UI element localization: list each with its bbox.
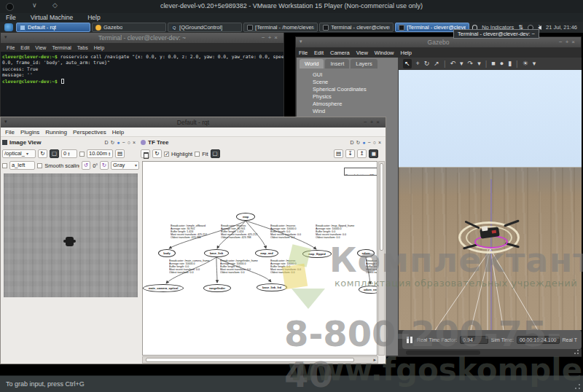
- window-controls[interactable]: −+×: [559, 39, 578, 45]
- menu-item-help[interactable]: Help: [94, 45, 104, 50]
- select-tool-icon[interactable]: ↖: [403, 59, 412, 68]
- refresh-topics-button[interactable]: ↻: [38, 149, 47, 158]
- menu-item-tabs[interactable]: Tabs: [77, 45, 88, 50]
- tf-horizontal-scrollbar[interactable]: ▸: [142, 356, 378, 364]
- menu-item-edit[interactable]: Edit: [20, 45, 29, 50]
- rotate-right-icon[interactable]: ↻: [100, 161, 109, 170]
- undo-menu-icon[interactable]: ▾: [460, 59, 463, 68]
- zoom-fit-button[interactable]: ↧: [345, 149, 355, 158]
- menu-item-camera[interactable]: Camera: [330, 50, 350, 56]
- help-icon[interactable]: ●: [362, 140, 365, 145]
- rqt-titlebar[interactable]: ▾ Default - rqt −+×: [1, 117, 386, 128]
- tab-layers[interactable]: Layers: [351, 59, 377, 68]
- menu-item-help[interactable]: Help: [112, 129, 124, 136]
- window-controls[interactable]: −+×: [262, 34, 281, 41]
- menu-item-file[interactable]: File: [6, 14, 16, 21]
- zoom-spinner[interactable]: 0▴▾: [61, 149, 77, 158]
- help-icon[interactable]: ●: [117, 140, 120, 145]
- export-button[interactable]: ◼: [369, 149, 378, 158]
- tf-vertical-scrollbar[interactable]: [378, 161, 385, 356]
- redo-menu-icon[interactable]: ▾: [477, 59, 481, 68]
- float-icon[interactable]: ○: [373, 140, 376, 145]
- more-icon[interactable]: ▾: [533, 59, 536, 68]
- window-controls[interactable]: −+×: [364, 119, 383, 125]
- undo-icon[interactable]: ↶: [450, 59, 456, 68]
- tree-item-scene[interactable]: Scene: [297, 79, 398, 86]
- tree-item-physics[interactable]: Physics: [297, 93, 398, 101]
- taskbar-item[interactable]: Default - rqt: [16, 23, 90, 32]
- gazebo-horizontal-scrollbar[interactable]: [399, 349, 582, 356]
- detach-icon[interactable]: D: [350, 140, 353, 145]
- save-graph-button[interactable]: ▤: [334, 149, 343, 158]
- cylinder-shape-icon[interactable]: ▮: [508, 59, 512, 68]
- menu-item-view[interactable]: View: [35, 45, 46, 50]
- close-icon[interactable]: ×: [378, 140, 381, 145]
- minimize-icon[interactable]: −: [368, 140, 371, 145]
- sphere-shape-icon[interactable]: ●: [500, 59, 504, 68]
- screenshot-button[interactable]: ▢: [50, 149, 59, 158]
- menu-item-file[interactable]: File: [5, 129, 15, 136]
- close-icon[interactable]: ×: [133, 140, 136, 145]
- resize-grip[interactable]: [575, 384, 580, 389]
- image-view-dock-header[interactable]: Image View D ↻ ● − ○ ×: [2, 138, 140, 147]
- clock[interactable]: 21 Jul, 21:46: [546, 24, 577, 31]
- menu-item-help[interactable]: Help: [401, 50, 412, 56]
- dynamic-range-checkbox[interactable]: [79, 152, 85, 157]
- detach-icon[interactable]: D: [104, 140, 108, 145]
- translate-tool-icon[interactable]: +: [416, 59, 420, 68]
- tf-canvas[interactable]: Recorded at time: 425. mapbodybase_linkm…: [142, 161, 377, 356]
- taskbar-item[interactable]: Q[QGroundControl]: [168, 23, 242, 32]
- smooth-scaling-checkbox[interactable]: [37, 163, 42, 168]
- applications-icon[interactable]: [4, 23, 13, 31]
- menu-item-running[interactable]: Running: [45, 129, 67, 136]
- camera-image[interactable]: [4, 173, 138, 297]
- menu-item-file[interactable]: File: [299, 50, 308, 56]
- tree-item-spherical-coordinates[interactable]: Spherical Coordinates: [297, 86, 398, 93]
- menu-item-terminal[interactable]: Terminal: [52, 45, 71, 50]
- redo-icon[interactable]: ↷: [468, 59, 474, 68]
- menu-item-view[interactable]: View: [356, 50, 368, 56]
- topic2-checkbox[interactable]: [2, 163, 7, 168]
- box-shape-icon[interactable]: ■: [491, 59, 495, 68]
- menu-item-window[interactable]: Window: [375, 50, 394, 56]
- tree-item-wind[interactable]: Wind: [297, 108, 398, 115]
- minimize-icon[interactable]: −: [122, 140, 125, 145]
- light-icon[interactable]: ☀: [523, 59, 528, 68]
- gazebo-3d-view[interactable]: [399, 70, 582, 330]
- max-range-spinner[interactable]: 10.00m▴▾: [87, 149, 113, 158]
- save-image-button[interactable]: ▤: [115, 149, 125, 158]
- menu-item-edit[interactable]: Edit: [314, 50, 324, 56]
- taskbar-item[interactable]: [Terminal - /home/clever/cat...: [243, 23, 318, 32]
- float-icon[interactable]: ○: [128, 140, 130, 145]
- tab-insert[interactable]: Insert: [325, 59, 349, 68]
- menu-item-file[interactable]: File: [7, 45, 15, 50]
- topic2-field[interactable]: a_left: [9, 161, 35, 170]
- menu-item-plugins[interactable]: Plugins: [20, 129, 39, 136]
- taskbar-item[interactable]: Terminal - clever@clever-de...: [319, 23, 394, 32]
- tf-tree-dock-header[interactable]: TF Tree D ↻ ● − ○ ×: [141, 138, 386, 147]
- rotate-left-icon[interactable]: ↺: [82, 161, 90, 170]
- menu-item-help[interactable]: Help: [87, 14, 100, 21]
- reload-icon[interactable]: ↻: [110, 140, 114, 146]
- tree-item-atmosphere[interactable]: Atmosphere: [297, 101, 398, 108]
- gazebo-titlebar[interactable]: ▾ Gazebo −+×: [296, 37, 581, 47]
- refresh-tree-button[interactable]: ↻: [152, 149, 162, 158]
- resize-grip[interactable]: [574, 350, 579, 354]
- pause-icon[interactable]: [407, 337, 412, 343]
- zoom-reset-button[interactable]: ↥: [357, 149, 367, 158]
- screenshot-button[interactable]: ▢: [211, 149, 220, 158]
- menu-item-virtual-machine[interactable]: Virtual Machine: [31, 14, 73, 21]
- highlight-checkbox[interactable]: ✓: [164, 152, 169, 157]
- rotate-tool-icon[interactable]: ↻: [424, 59, 430, 68]
- reload-icon[interactable]: ↻: [356, 140, 360, 146]
- terminal-titlebar[interactable]: ▾ Terminal - clever@clever-dev: ~ −+×: [1, 33, 283, 43]
- tree-item-gui[interactable]: GUI: [297, 71, 398, 79]
- fit-checkbox[interactable]: [195, 152, 200, 157]
- taskbar-item[interactable]: Gazebo: [92, 23, 166, 32]
- topic-dropdown[interactable]: /optical_▾: [2, 149, 36, 158]
- tab-world[interactable]: World: [300, 59, 324, 68]
- menu-item-perspectives[interactable]: Perspectives: [73, 129, 106, 136]
- clear-buffer-icon[interactable]: [141, 149, 150, 158]
- color-mode-dropdown[interactable]: Gray▾: [111, 161, 139, 170]
- scale-tool-icon[interactable]: ↗: [434, 59, 439, 68]
